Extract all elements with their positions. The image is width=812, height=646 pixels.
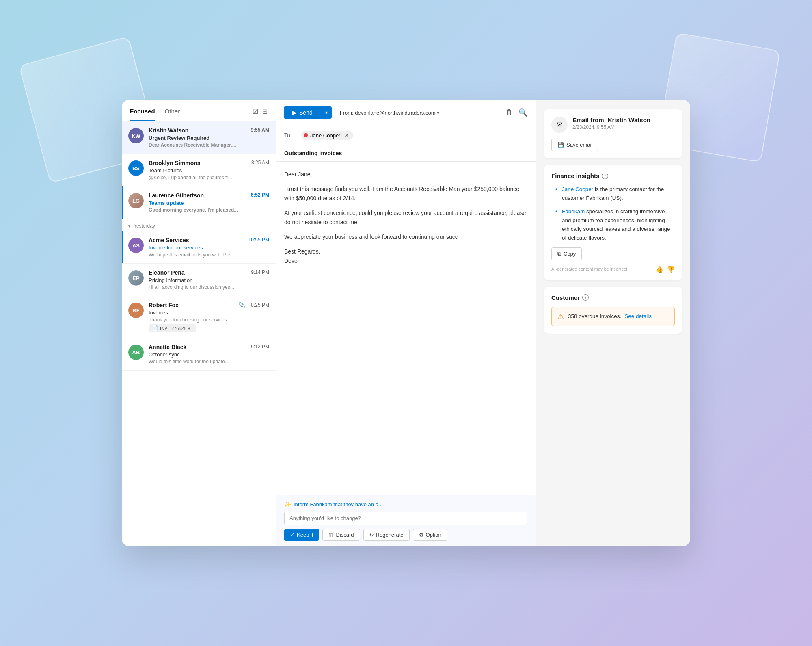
- overdue-count: 358: [568, 313, 577, 319]
- options-label: Option: [426, 532, 441, 538]
- subject-kw: Urgent Review Required: [149, 135, 269, 141]
- preview-ab: Would this time work for the update...: [149, 359, 269, 364]
- email-summary-card: ✉ Email from: Kristin Watson 2/23/2024, …: [544, 109, 682, 158]
- email-compose-panel: ▶ Send ▾ From: devonlane@northwindtrader…: [276, 100, 536, 546]
- recipient-chip[interactable]: Jane Cooper ✕: [301, 131, 353, 140]
- subject-as: Invoice for our services: [149, 245, 269, 251]
- email-summary-info: Email from: Kristin Watson 2/23/2024, 9:…: [572, 117, 650, 130]
- body-para2: At your earliest convenience, could you …: [284, 208, 527, 227]
- finance-insights-card: Finance insights i Jane Cooper is the pr…: [544, 165, 682, 280]
- insights-panel: ✉ Email from: Kristin Watson 2/23/2024, …: [536, 100, 690, 546]
- customer-title-text: Customer: [551, 294, 580, 301]
- filter-check-icon[interactable]: ☑: [253, 108, 258, 115]
- email-content-kw: Kristin Watson 9:55 AM Urgent Review Req…: [149, 127, 269, 148]
- jane-cooper-link[interactable]: Jane Cooper: [562, 186, 593, 192]
- copy-icon: ⧉: [557, 251, 561, 257]
- chevron-icon: ▾: [128, 224, 130, 228]
- overdue-text: 358 overdue invoices. See details: [568, 313, 652, 319]
- email-item-as[interactable]: AS Acme Services 10:55 PM Invoice for ou…: [122, 231, 276, 264]
- body-greeting: Dear Jane,: [284, 170, 527, 179]
- sender-bs: Brooklyn Simmons: [149, 160, 201, 166]
- keep-it-label: Keep it: [297, 532, 313, 538]
- time-kw: 9:55 AM: [251, 127, 269, 133]
- email-item-ep[interactable]: EP Eleanor Pena 9:14 PM Pricing Informat…: [122, 264, 276, 296]
- info-icon[interactable]: i: [602, 173, 608, 179]
- app-window: Focused Other ☑ ⊟ KW Kristin Watson 9:55…: [122, 100, 690, 546]
- preview-ep: Hi all, according to our discussion yes.…: [149, 284, 269, 290]
- finance-title-text: Finance insights: [551, 172, 599, 179]
- email-subject-line: Outstanding invoices: [276, 145, 536, 162]
- regenerate-button[interactable]: ↻ Regenerate: [363, 529, 410, 541]
- ai-change-input[interactable]: [284, 512, 527, 525]
- customer-info-icon[interactable]: i: [582, 294, 589, 301]
- copy-button[interactable]: ⧉ Copy: [551, 247, 582, 260]
- checkmark-icon: ✓: [290, 532, 295, 538]
- thumbs-up-icon[interactable]: 👍: [655, 265, 663, 273]
- options-button[interactable]: ⚙ Option: [413, 529, 447, 541]
- delete-icon[interactable]: 🗑: [505, 108, 513, 117]
- keep-it-button[interactable]: ✓ Keep it: [284, 529, 319, 541]
- discard-button[interactable]: 🗑 Discard: [322, 529, 360, 541]
- email-content-rf: Robert Fox 📎 8:25 PM Invoices Thank you …: [149, 302, 269, 332]
- overdue-invoices-text: overdue invoices.: [579, 313, 621, 319]
- subject-rf: Invoices: [149, 310, 269, 316]
- tab-other[interactable]: Other: [165, 108, 180, 121]
- email-list-panel: Focused Other ☑ ⊟ KW Kristin Watson 9:55…: [122, 100, 276, 546]
- recipient-status-dot: [304, 133, 308, 137]
- ai-suggestions-area: ✨ Inform Fabrikam that they have an o...…: [276, 495, 536, 546]
- file-icon: 📄: [152, 325, 158, 331]
- email-item-rf[interactable]: RF Robert Fox 📎 8:25 PM Invoices Thank y…: [122, 296, 276, 338]
- email-content-lg: Laurence Gilbertson 6:52 PM Teams update…: [149, 192, 269, 213]
- thumbs-down-icon[interactable]: 👎: [667, 265, 675, 273]
- discard-icon: 🗑: [328, 532, 334, 538]
- save-email-button[interactable]: 💾 Save email: [551, 139, 598, 151]
- feedback-icons: 👍 👎: [655, 265, 675, 273]
- subject-bs: Team Pictures: [149, 167, 269, 173]
- email-summary-title: Email from: Kristin Watson: [572, 117, 650, 124]
- avatar-lg: LG: [128, 193, 144, 208]
- send-button[interactable]: ▶ Send: [284, 106, 321, 119]
- body-para3: We appreciate your business and look for…: [284, 232, 527, 241]
- sender-kw: Kristin Watson: [149, 127, 188, 134]
- tab-focused[interactable]: Focused: [130, 108, 155, 121]
- insights-list: Jane Cooper is the primary contact for t…: [551, 185, 675, 243]
- disclaimer-text: AI-generated content may be incorrect: [551, 267, 627, 271]
- sender-lg: Laurence Gilbertson: [149, 192, 204, 199]
- customer-title: Customer i: [551, 294, 675, 301]
- search-icon[interactable]: 🔍: [518, 108, 527, 117]
- email-item-bs[interactable]: BS Brooklyn Simmons 8:25 AM Team Picture…: [122, 154, 276, 186]
- filter-icon[interactable]: ⊟: [262, 108, 268, 115]
- email-content-bs: Brooklyn Simmons 8:25 AM Team Pictures @…: [149, 160, 269, 180]
- finance-insights-title: Finance insights i: [551, 172, 675, 179]
- attachment-badge-rf[interactable]: 📄 INV - 276528 +1: [149, 324, 196, 332]
- email-header-lg: Laurence Gilbertson 6:52 PM: [149, 192, 269, 199]
- from-dropdown-icon[interactable]: ▾: [437, 110, 440, 116]
- send-dropdown-button[interactable]: ▾: [321, 106, 332, 119]
- regenerate-label: Regenerate: [376, 532, 404, 538]
- customer-card: Customer i ⚠ 358 overdue invoices. See d…: [544, 287, 682, 334]
- date-divider-yesterday[interactable]: ▾ Yesterday: [122, 219, 276, 231]
- sender-rf: Robert Fox: [149, 302, 179, 308]
- regenerate-icon: ↻: [369, 532, 374, 538]
- time-ep: 9:14 PM: [251, 269, 269, 275]
- email-tabs: Focused Other ☑ ⊟: [122, 100, 276, 121]
- save-email-label: Save email: [566, 142, 592, 148]
- email-body[interactable]: Dear Jane, I trust this message finds yo…: [276, 162, 536, 495]
- recipient-remove-button[interactable]: ✕: [344, 132, 349, 139]
- email-item-lg[interactable]: LG Laurence Gilbertson 6:52 PM Teams upd…: [122, 186, 276, 219]
- sender-ab: Annette Black: [149, 344, 186, 350]
- email-item-ab[interactable]: AB Annette Black 6:12 PM October sync Wo…: [122, 338, 276, 371]
- subject-ep: Pricing Information: [149, 277, 269, 283]
- fabrikam-link[interactable]: Fabrikam: [562, 208, 585, 215]
- time-rf: 8:25 PM: [251, 302, 269, 308]
- email-header-bs: Brooklyn Simmons 8:25 AM: [149, 160, 269, 166]
- see-details-link[interactable]: See details: [624, 313, 652, 319]
- warning-icon: ⚠: [557, 312, 564, 321]
- time-ab: 6:12 PM: [251, 344, 269, 349]
- email-header-ep: Eleanor Pena 9:14 PM: [149, 269, 269, 276]
- email-item-kw[interactable]: KW Kristin Watson 9:55 AM Urgent Review …: [122, 121, 276, 154]
- time-bs: 8:25 AM: [251, 160, 269, 165]
- options-icon: ⚙: [419, 532, 424, 538]
- ai-suggestion-text[interactable]: ✨ Inform Fabrikam that they have an o...: [284, 501, 527, 507]
- email-header-as: Acme Services 10:55 PM: [149, 237, 269, 243]
